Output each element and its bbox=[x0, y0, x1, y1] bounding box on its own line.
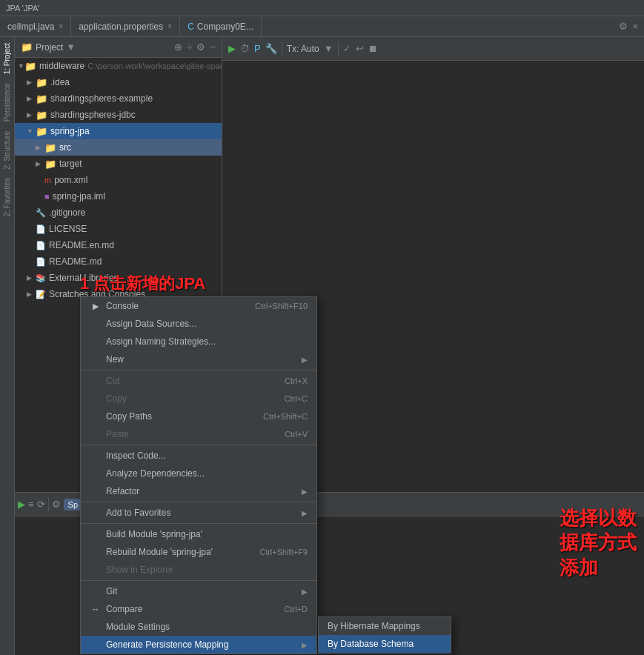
context-menu: ▶ Console Ctrl+Shift+F10 Assign Data Sou… bbox=[80, 296, 317, 654]
tree-gitignore[interactable]: ▶ 🔧 .gitignore bbox=[15, 205, 222, 221]
menu-item-refactor[interactable]: Refactor ▶ bbox=[81, 482, 316, 500]
compare-icon: ↔ bbox=[90, 605, 102, 614]
tab-celimpl[interactable]: celImpl.java × bbox=[0, 16, 71, 36]
tree-src[interactable]: ▶ 📁 src bbox=[15, 139, 222, 156]
tab-close-all-icon[interactable]: × bbox=[632, 21, 638, 32]
tab-company[interactable]: C Company0E... bbox=[180, 16, 262, 36]
iml-label: spring-jpa.iml bbox=[53, 191, 105, 202]
tree-spring-jpa[interactable]: ▼ 📁 spring-jpa bbox=[15, 123, 222, 139]
root-arrow: ▼ bbox=[18, 62, 24, 70]
tree-root[interactable]: ▼ 📁 middleware C:\person-work\workspace\… bbox=[15, 58, 222, 74]
menu-item-add-fav-label: Add to Favorites bbox=[106, 508, 170, 518]
tab-appprops[interactable]: application.properties × bbox=[71, 16, 180, 36]
top-bar: JPA 'JPA' bbox=[0, 0, 644, 16]
menu-item-inspect[interactable]: Inspect Code... bbox=[81, 447, 316, 465]
rollback-icon[interactable]: ↩ bbox=[356, 43, 364, 54]
shard-example-arrow: ▶ bbox=[27, 95, 36, 102]
src-icon: 📁 bbox=[44, 142, 56, 153]
tab-celimpl-close[interactable]: × bbox=[59, 22, 63, 30]
menu-item-compare[interactable]: ↔ Compare Ctrl+D bbox=[81, 600, 316, 618]
submenu-by-hibernate[interactable]: By Hibernate Mappings bbox=[319, 617, 451, 635]
sidebar-favorites-icon[interactable]: 2: Favorites bbox=[1, 175, 13, 219]
menu-item-rebuild[interactable]: Rebuild Module 'spring-jpa' Ctrl+Shift+F… bbox=[81, 543, 316, 561]
menu-item-paste: Paste Ctrl+V bbox=[81, 425, 316, 443]
project-icon-minimize[interactable]: − bbox=[210, 41, 216, 53]
readme-label: README.md bbox=[49, 256, 102, 267]
license-label: LICENSE bbox=[49, 224, 87, 234]
idea-folder-icon: 📁 bbox=[36, 77, 47, 88]
add-fav-submenu-arrow: ▶ bbox=[302, 509, 308, 517]
tree-readme[interactable]: ▶ 📄 README.md bbox=[15, 253, 222, 270]
root-label: middleware bbox=[39, 61, 84, 71]
submenu-by-db[interactable]: By Database Schema bbox=[319, 635, 451, 653]
commit-icon[interactable]: ✓ bbox=[343, 43, 351, 54]
stop-icon[interactable]: ⏹ bbox=[368, 43, 378, 54]
menu-item-copy-paths[interactable]: Copy Paths Ctrl+Shift+C bbox=[81, 408, 316, 425]
menu-item-rebuild-label: Rebuild Module 'spring-jpa' bbox=[106, 547, 213, 557]
menu-item-analyze-label: Analyze Dependencies... bbox=[106, 468, 205, 479]
root-folder-icon: 📁 bbox=[24, 61, 36, 72]
menu-item-new[interactable]: New ▶ bbox=[81, 350, 316, 368]
menu-item-cut-label: Cut bbox=[106, 376, 120, 386]
ext-libs-icon: 📚 bbox=[36, 273, 46, 283]
window-title: JPA 'JPA' bbox=[6, 4, 39, 13]
tab-company-icon: C bbox=[187, 21, 194, 32]
tree-pom[interactable]: m pom.xml bbox=[15, 172, 222, 188]
cut-shortcut: Ctrl+X bbox=[285, 376, 308, 385]
run-toolbar-sep bbox=[48, 498, 49, 511]
project-icon-add[interactable]: ⊕ bbox=[174, 41, 182, 53]
menu-item-assign-ns-label: Assign Naming Strategies... bbox=[106, 336, 216, 347]
menu-item-add-fav[interactable]: Add to Favorites ▶ bbox=[81, 504, 316, 522]
profile-icon[interactable]: P bbox=[254, 43, 261, 54]
sidebar-persistence-icon[interactable]: Persistence bbox=[1, 80, 13, 124]
tab-appprops-label: application.properties bbox=[79, 21, 163, 32]
paste-shortcut: Ctrl+V bbox=[285, 430, 308, 439]
run-reload-icon[interactable]: ⟳ bbox=[37, 499, 45, 510]
menu-item-gen-persistence[interactable]: Generate Persistence Mapping ▶ By Hibern… bbox=[81, 636, 316, 654]
run-list-icon[interactable]: ≡ bbox=[28, 499, 34, 510]
menu-item-git[interactable]: Git ▶ bbox=[81, 582, 316, 600]
project-icon-sync[interactable]: ÷ bbox=[187, 41, 192, 53]
toolbar-sep-1 bbox=[282, 42, 282, 56]
tab-appprops-close[interactable]: × bbox=[167, 22, 172, 30]
menu-sep-4 bbox=[81, 523, 316, 524]
run-play-btn[interactable]: ▶ bbox=[18, 499, 25, 510]
play-button[interactable]: ▶ bbox=[228, 43, 236, 54]
pom-icon: m bbox=[44, 176, 51, 184]
menu-item-console[interactable]: ▶ Console Ctrl+Shift+F10 bbox=[81, 297, 316, 315]
readme-icon: 📄 bbox=[36, 257, 46, 267]
iml-icon: ■ bbox=[44, 192, 50, 201]
tab-settings-icon[interactable]: ⚙ bbox=[619, 21, 628, 32]
menu-item-analyze[interactable]: Analyze Dependencies... bbox=[81, 465, 316, 482]
tree-shard-example[interactable]: ▶ 📁 shardingspheres-example bbox=[15, 90, 222, 107]
tree-license[interactable]: ▶ 📄 LICENSE bbox=[15, 221, 222, 237]
wrench-icon[interactable]: 🔧 bbox=[265, 43, 277, 54]
menu-item-build-label: Build Module 'spring-jpa' bbox=[106, 529, 202, 539]
gen-persistence-submenu-arrow: ▶ bbox=[302, 641, 308, 649]
shard-jdbc-icon: 📁 bbox=[36, 110, 47, 121]
menu-item-refactor-label: Refactor bbox=[106, 486, 139, 496]
menu-item-build[interactable]: Build Module 'spring-jpa' bbox=[81, 525, 316, 543]
tree-readme-en[interactable]: ▶ 📄 README.en.md bbox=[15, 237, 222, 253]
menu-sep-5 bbox=[81, 580, 316, 581]
tree-idea[interactable]: ▶ 📁 .idea bbox=[15, 74, 222, 90]
tree-shard-jdbc[interactable]: ▶ 📁 shardingspheres-jdbc bbox=[15, 107, 222, 123]
tree-iml[interactable]: ■ spring-jpa.iml bbox=[15, 188, 222, 205]
menu-item-assign-ns[interactable]: Assign Naming Strategies... bbox=[81, 333, 316, 350]
tree-ext-libs[interactable]: ▶ 📚 External Libraries bbox=[15, 270, 222, 286]
menu-item-copy-paths-label: Copy Paths bbox=[106, 411, 152, 422]
sidebar-structure-icon[interactable]: 2: Structure bbox=[1, 128, 13, 173]
spring-jpa-arrow: ▼ bbox=[27, 127, 36, 135]
run-settings-icon[interactable]: ⚙ bbox=[52, 499, 61, 510]
target-label: target bbox=[59, 159, 82, 169]
menu-item-module-settings[interactable]: Module Settings bbox=[81, 618, 316, 636]
menu-item-assign-ds[interactable]: Assign Data Sources... bbox=[81, 315, 316, 333]
gen-persistence-submenu: By Hibernate Mappings By Database Schema bbox=[318, 616, 451, 654]
sidebar-project-icon[interactable]: 1: Project bbox=[1, 40, 13, 77]
shard-example-label: shardingspheres-example bbox=[50, 93, 153, 104]
tx-dropdown-icon[interactable]: ▼ bbox=[324, 43, 333, 54]
tree-target[interactable]: ▶ 📁 target bbox=[15, 156, 222, 172]
project-icon-settings[interactable]: ⚙ bbox=[196, 41, 205, 53]
project-dropdown-icon[interactable]: ▼ bbox=[66, 41, 76, 53]
menu-item-show-explorer-label: Show in Explorer bbox=[106, 565, 173, 575]
